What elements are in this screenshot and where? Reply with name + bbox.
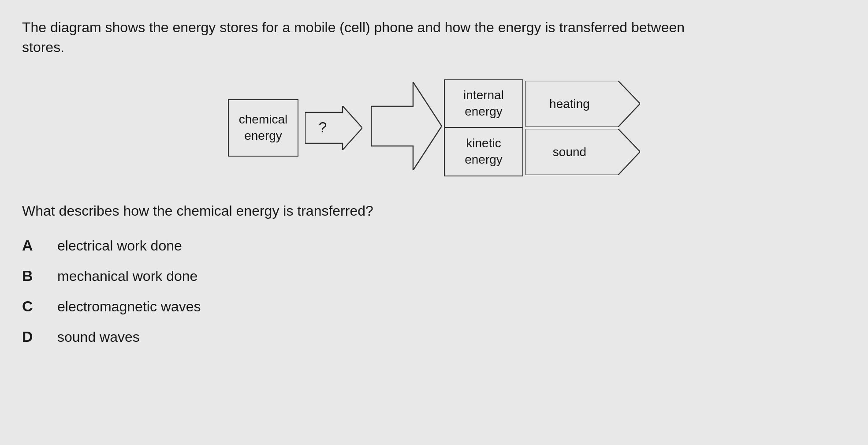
option-a: A electrical work done <box>22 237 846 254</box>
heating-arrow-svg: heating <box>525 81 640 127</box>
option-a-letter: A <box>22 237 40 254</box>
sound-arrow-svg: sound <box>525 129 640 175</box>
question-text: What describes how the chemical energy i… <box>22 203 846 219</box>
svg-text:heating: heating <box>549 97 590 111</box>
question-arrow-container: ? <box>305 106 362 150</box>
option-c-letter: C <box>22 298 40 315</box>
chemical-energy-box: chemical energy <box>228 99 298 157</box>
options-list: A electrical work done B mechanical work… <box>22 237 846 345</box>
option-b: B mechanical work done <box>22 267 846 284</box>
energy-boxes: internal energy kinetic energy <box>444 79 523 176</box>
intro-text: The diagram shows the energy stores for … <box>22 18 727 57</box>
svg-marker-2 <box>371 82 442 170</box>
kinetic-energy-box: kinetic energy <box>444 128 523 176</box>
svg-text:sound: sound <box>553 145 586 159</box>
option-d-text: sound waves <box>57 329 140 345</box>
svg-marker-0 <box>305 106 362 150</box>
option-c: C electromagnetic waves <box>22 298 846 315</box>
option-d: D sound waves <box>22 328 846 345</box>
internal-energy-box: internal energy <box>444 79 523 128</box>
option-b-text: mechanical work done <box>57 268 197 284</box>
option-c-text: electromagnetic waves <box>57 299 201 315</box>
svg-text:?: ? <box>319 119 327 135</box>
chemical-energy-label: chemical energy <box>239 112 287 144</box>
option-b-letter: B <box>22 267 40 284</box>
large-arrow-container <box>371 82 442 173</box>
question-arrow-svg: ? <box>305 106 362 150</box>
large-arrow-svg <box>371 82 442 170</box>
option-a-text: electrical work done <box>57 238 182 254</box>
output-arrows: heating sound <box>525 81 640 175</box>
diagram: chemical energy ? internal energy kineti… <box>22 79 846 176</box>
option-d-letter: D <box>22 328 40 345</box>
